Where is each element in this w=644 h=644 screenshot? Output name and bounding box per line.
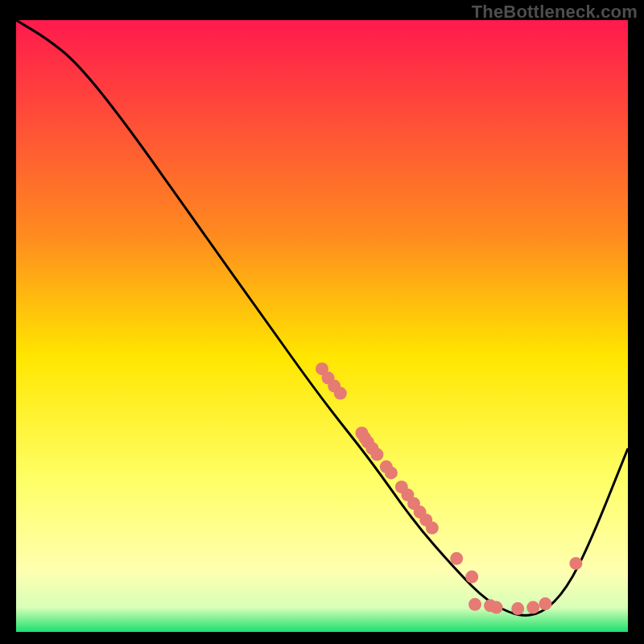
chart-stage: TheBottleneck.com [0,0,644,644]
sample-point [539,597,551,610]
sample-point [469,598,481,611]
sample-point [526,601,539,614]
sample-point [450,552,463,565]
sample-point [370,448,383,461]
sample-point [385,466,398,479]
sample-point [569,557,582,570]
sample-point [511,602,524,615]
sample-point [426,522,439,535]
plot-background [16,20,628,632]
sample-point [490,601,503,614]
bottleneck-chart [0,0,644,644]
watermark-text: TheBottleneck.com [472,2,638,23]
sample-point [465,571,478,584]
sample-point [334,387,347,400]
